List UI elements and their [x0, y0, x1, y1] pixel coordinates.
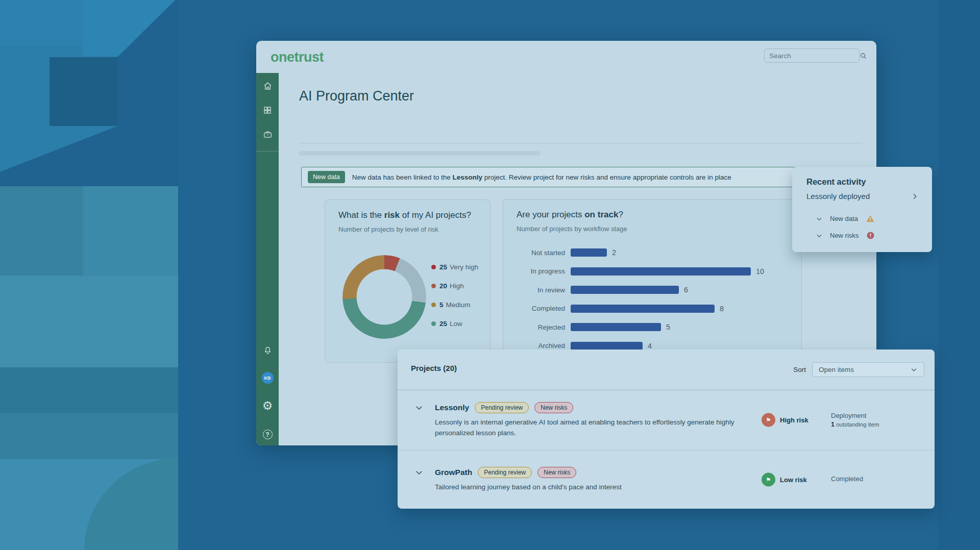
risk-indicator: ⚑ High risk — [762, 413, 808, 427]
risk-donut-chart — [342, 255, 426, 339]
settings-gear-icon[interactable]: ⚙ — [256, 400, 279, 412]
risk-card-subtitle: Number of projects by level of risk — [338, 226, 438, 233]
project-main: Lessonly Pending review New risks Lesson… — [414, 402, 747, 438]
briefcase-icon[interactable] — [256, 130, 279, 139]
bar-row: In review 6 — [518, 286, 791, 294]
page-title: AI Program Center — [299, 88, 414, 104]
notification-banner: New data New data has been linked to the… — [301, 167, 861, 187]
bg-dark-square — [50, 57, 117, 126]
recent-activity-title: Recent activity — [806, 177, 866, 187]
alert-icon — [867, 232, 874, 239]
projects-title: Projects (20) — [411, 364, 457, 372]
legend-item: 5 Medium — [431, 301, 478, 309]
bar-row: Rejected 5 — [518, 323, 791, 331]
bg-band — [0, 186, 83, 276]
project-row-growpath: GrowPath Pending review New risks Tailor… — [398, 450, 935, 509]
search-box[interactable] — [764, 48, 860, 63]
project-main: GrowPath Pending review New risks Tailor… — [414, 467, 622, 492]
legend-item: 25 Very high — [431, 263, 478, 271]
workflow-bar-chart: Not started 2 In progress 10 In review 6… — [518, 248, 791, 350]
notifications-bell-icon[interactable] — [256, 345, 279, 355]
project-status: Completed — [831, 475, 863, 484]
bar — [571, 267, 751, 276]
new-data-badge: New data — [308, 171, 345, 183]
bg-right-strip — [938, 0, 980, 550]
chevron-down-icon[interactable] — [414, 468, 424, 477]
legend-dot — [431, 284, 436, 288]
sort-label: Sort — [793, 366, 806, 373]
legend-dot — [431, 265, 436, 269]
bar-row: Not started 2 — [518, 248, 791, 257]
bg-rect — [0, 0, 83, 46]
workflow-card-subtitle: Number of projects by workflow stage — [517, 225, 627, 233]
onetrust-logo: onetrust — [271, 49, 324, 65]
bar-row: In progress 10 — [518, 267, 791, 276]
project-name[interactable]: GrowPath — [435, 468, 472, 477]
risk-indicator: ⚑ Low risk — [762, 473, 807, 487]
recent-row-new-risks[interactable]: New risks — [816, 232, 874, 239]
warning-icon — [866, 215, 874, 222]
project-description: Lessonly is an internal generative AI to… — [435, 417, 747, 438]
project-name[interactable]: Lessonly — [435, 403, 469, 412]
banner-message: New data has been linked to the Lessonly… — [352, 173, 809, 181]
new-risks-badge: New risks — [537, 467, 576, 478]
app-header: onetrust — [256, 41, 876, 73]
legend-dot — [431, 303, 436, 307]
sort-control: Sort Open items — [793, 362, 924, 377]
search-input[interactable] — [769, 52, 860, 60]
bg-band — [0, 413, 178, 459]
project-description: Tailored learning journey based on a chi… — [435, 482, 622, 492]
risk-chart-card: What is the risk of my AI projects? Numb… — [325, 199, 491, 363]
bar — [571, 305, 715, 313]
bar — [571, 323, 661, 331]
title-divider — [299, 143, 863, 143]
sort-dropdown[interactable]: Open items — [812, 362, 924, 377]
user-avatar[interactable]: KB — [256, 372, 279, 384]
legend-item: 25 Low — [431, 320, 478, 328]
chevron-down-icon[interactable] — [414, 403, 424, 412]
recent-activity-panel: Recent activity Lessonly deployed New da… — [792, 167, 932, 252]
chevron-down-icon[interactable] — [816, 215, 823, 222]
chevron-down-icon[interactable] — [816, 232, 823, 239]
project-status: Deployment 1 outstanding item — [831, 412, 879, 428]
legend-item: 20 High — [431, 282, 478, 290]
sidebar-divider — [256, 151, 279, 152]
search-icon — [860, 52, 867, 60]
bar — [571, 342, 643, 350]
bar-row: Completed 8 — [518, 305, 791, 313]
legend-dot — [431, 321, 436, 326]
pending-review-badge: Pending review — [475, 402, 529, 413]
home-icon[interactable] — [256, 81, 279, 91]
bar — [571, 248, 607, 257]
pending-review-badge: Pending review — [478, 467, 532, 478]
flag-icon: ⚑ — [762, 413, 775, 427]
workflow-card-title: Are your projects on track? — [517, 210, 623, 220]
recent-activity-item: Lessonly deployed — [806, 192, 870, 201]
chevron-down-icon — [910, 366, 918, 373]
flag-icon: ⚑ — [762, 473, 775, 487]
bg-band — [0, 276, 178, 367]
project-row-lessonly: Lessonly Pending review New risks Lesson… — [398, 390, 935, 449]
risk-card-title: What is the risk of my AI projects? — [338, 210, 471, 220]
recent-row-new-data[interactable]: New data — [816, 215, 874, 222]
bg-band — [0, 367, 178, 413]
loading-skeleton-bar — [299, 151, 540, 156]
chevron-right-icon[interactable] — [911, 192, 919, 203]
apps-grid-icon[interactable] — [256, 106, 279, 115]
new-risks-badge: New risks — [534, 402, 573, 413]
risk-legend: 25 Very high 20 High 5 Medium 25 Low — [431, 263, 478, 328]
bar-row: Archived 4 — [518, 342, 791, 350]
sidebar: KB ⚙ ? — [256, 73, 279, 445]
help-icon[interactable]: ? — [256, 430, 279, 439]
bar — [571, 286, 679, 294]
workflow-chart-card: Are your projects on track? Number of pr… — [503, 199, 802, 364]
projects-panel: Projects (20) Sort Open items Lessonly P… — [398, 349, 935, 509]
